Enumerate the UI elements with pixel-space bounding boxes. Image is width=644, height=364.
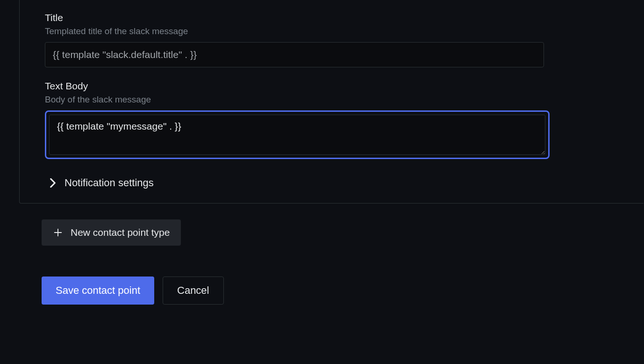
plus-icon <box>53 227 63 238</box>
title-label: Title <box>45 12 644 23</box>
textbody-field-group: Text Body Body of the slack message <box>45 80 644 159</box>
form-panel: Title Templated title of the slack messa… <box>19 0 644 204</box>
secondary-button-row: New contact point type <box>19 219 644 246</box>
action-button-row: Save contact point Cancel <box>19 277 644 305</box>
title-field-group: Title Templated title of the slack messa… <box>45 12 644 67</box>
new-contact-point-type-label: New contact point type <box>71 227 170 238</box>
textbody-input[interactable] <box>49 115 545 155</box>
cancel-button[interactable]: Cancel <box>163 277 223 305</box>
new-contact-point-type-button[interactable]: New contact point type <box>42 219 181 246</box>
textbody-label: Text Body <box>45 80 644 92</box>
title-input[interactable] <box>45 42 544 67</box>
save-contact-point-button[interactable]: Save contact point <box>42 277 154 305</box>
textbody-focus-ring <box>45 110 550 159</box>
notification-settings-toggle[interactable]: Notification settings <box>45 177 644 189</box>
textbody-help: Body of the slack message <box>45 95 644 105</box>
notification-settings-label: Notification settings <box>64 177 154 189</box>
chevron-right-icon <box>49 179 57 187</box>
title-help: Templated title of the slack message <box>45 26 644 36</box>
